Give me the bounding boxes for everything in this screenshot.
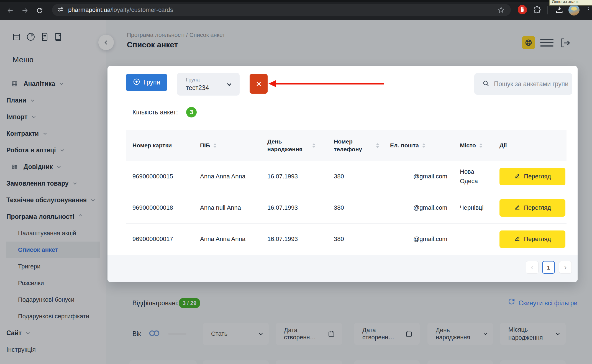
cell-phone: 380 <box>327 173 384 180</box>
browser-menu-icon[interactable]: ⋮ <box>585 6 588 9</box>
browser-back-icon[interactable] <box>6 7 14 14</box>
card-count-badge: 3 <box>186 107 197 117</box>
screenshot-stage: pharmapoint.ua/loyalty/customer-cards ⋮ … <box>0 0 592 364</box>
pagination-page-1[interactable]: 1 <box>542 261 555 274</box>
cell-phone: 380 <box>327 235 384 243</box>
annotation-arrow-line <box>275 83 384 84</box>
sort-icon[interactable] <box>376 143 379 148</box>
cell-card-number: 969000000015 <box>126 173 194 180</box>
edit-pen-icon <box>514 235 521 243</box>
cell-card-number: 969000000017 <box>126 235 194 243</box>
adblock-icon[interactable] <box>517 4 527 16</box>
view-button[interactable]: Перегляд <box>499 199 565 217</box>
cell-card-number: 969000000018 <box>126 204 194 211</box>
table-row: 969000000015 Anna Anna Anna 16.07.1993 3… <box>126 161 567 192</box>
card-list-panel: Групи Група тест234 Кількість анкет: 3 <box>107 66 578 282</box>
col-actions: Дії <box>493 142 567 149</box>
clear-group-button[interactable] <box>250 74 268 94</box>
col-email[interactable]: Ел. пошта <box>384 142 453 149</box>
view-button-label: Перегляд <box>524 173 551 180</box>
col-phone[interactable]: Номер телефону <box>327 138 384 153</box>
edit-pen-icon <box>514 204 521 212</box>
downloads-icon[interactable] <box>555 6 563 15</box>
app-page: Меню Аналітика Плани Імпорт <box>0 20 592 364</box>
browser-chrome: pharmapoint.ua/loyalty/customer-cards ⋮ … <box>0 0 592 20</box>
close-icon <box>255 80 262 88</box>
browser-forward-icon[interactable] <box>21 7 29 14</box>
col-card-number: Номер картки <box>126 142 194 149</box>
cell-name: Anna Anna Anna <box>194 173 261 180</box>
card-count-label: Кількість анкет: <box>132 109 178 116</box>
pagination-bar: ‹ 1 › <box>107 255 578 282</box>
cell-phone: 380 <box>327 204 384 211</box>
cell-city: Нова Одеса <box>453 167 493 186</box>
browser-profile-avatar[interactable] <box>568 4 580 16</box>
annotation-arrow-head <box>268 80 276 87</box>
col-name[interactable]: ПІБ <box>194 142 261 149</box>
sort-icon[interactable] <box>312 143 316 148</box>
cell-email: @gmail.com <box>384 173 453 180</box>
url-text: pharmapoint.ua/loyalty/customer-cards <box>68 6 173 14</box>
groups-button[interactable]: Групи <box>126 74 167 91</box>
table-row: 969000000018 Anna null Anna 16.07.1993 3… <box>126 192 567 223</box>
card-count-row: Кількість анкет: 3 <box>132 107 197 117</box>
table-row: 969000000017 Anna Anna Anna 16.07.1993 3… <box>126 223 567 255</box>
sort-icon[interactable] <box>213 143 217 148</box>
view-button-label: Перегляд <box>524 235 551 243</box>
table-header-row: Номер картки ПІБ День народження Номер т… <box>126 130 567 161</box>
group-select-label: Група <box>186 77 240 83</box>
group-search[interactable] <box>474 73 572 95</box>
group-select[interactable]: Група тест234 <box>177 73 240 96</box>
col-city[interactable]: Місто <box>453 142 493 149</box>
os-tooltip: Окно из значк <box>549 0 592 6</box>
cell-city: Чернівці <box>453 203 493 212</box>
sort-icon[interactable] <box>422 143 426 148</box>
browser-reload-icon[interactable] <box>36 7 43 14</box>
cards-table: Номер картки ПІБ День народження Номер т… <box>126 130 567 255</box>
browser-address-bar[interactable]: pharmapoint.ua/loyalty/customer-cards <box>52 4 511 16</box>
cell-birthday: 16.07.1993 <box>261 235 327 243</box>
groups-button-label: Групи <box>143 79 160 86</box>
view-button-label: Перегляд <box>524 204 551 211</box>
pagination-prev-button[interactable]: ‹ <box>526 261 539 274</box>
circle-plus-icon <box>133 78 140 87</box>
view-button[interactable]: Перегляд <box>499 168 565 185</box>
cell-name: Anna null Anna <box>194 204 261 211</box>
col-birthday[interactable]: День народження <box>261 138 327 153</box>
bookmark-star-icon[interactable] <box>498 6 505 15</box>
extensions-puzzle-icon[interactable] <box>533 6 541 15</box>
cell-email: @gmail.com <box>384 204 453 211</box>
cell-birthday: 16.07.1993 <box>261 173 327 180</box>
view-button[interactable]: Перегляд <box>499 230 565 248</box>
cell-birthday: 16.07.1993 <box>261 204 327 211</box>
edit-pen-icon <box>514 172 521 181</box>
search-input[interactable] <box>493 80 576 88</box>
chrome-separator <box>547 6 548 14</box>
search-icon <box>483 80 490 88</box>
site-settings-icon[interactable] <box>57 6 64 14</box>
cell-email: @gmail.com <box>384 235 453 243</box>
group-select-value: тест234 <box>186 84 240 92</box>
pagination-next-button[interactable]: › <box>559 261 572 274</box>
cell-name: Anna Anna Anna <box>194 235 261 243</box>
sort-icon[interactable] <box>479 143 483 148</box>
